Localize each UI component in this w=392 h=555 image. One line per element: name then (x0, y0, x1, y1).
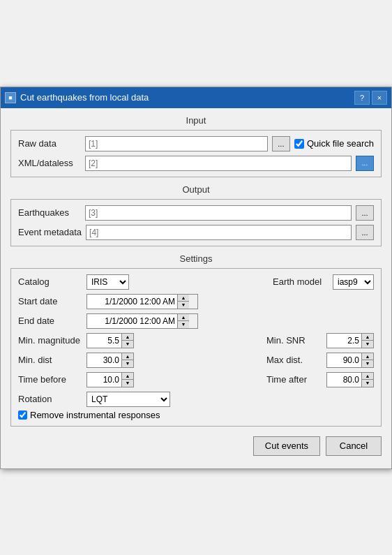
input-group: Raw data ... Quick file search XML/datal… (10, 130, 382, 177)
remove-responses-label: Remove instrumental responses (30, 410, 160, 420)
earth-model-group: Earth model iasp9 ak135 (273, 274, 374, 290)
start-date-decrement-button[interactable]: ▼ (178, 302, 189, 309)
xml-dataless-label: XML/dataless (18, 158, 81, 168)
end-date-decrement-button[interactable]: ▼ (178, 321, 189, 328)
time-before-spin-buttons: ▲ ▼ (122, 373, 133, 387)
min-magnitude-decrement-button[interactable]: ▼ (122, 341, 133, 348)
time-after-decrement-button[interactable]: ▼ (362, 380, 373, 387)
xml-dataless-browse-button[interactable]: ... (356, 156, 374, 171)
earthquakes-row: Earthquakes ... (18, 205, 374, 221)
bottom-buttons: Cut events Cancel (10, 434, 382, 459)
event-metadata-label: Event metadata (18, 227, 82, 237)
quick-file-search-row: Quick file search (294, 138, 374, 149)
end-date-spinner: ▲ ▼ (86, 313, 198, 329)
quick-file-search-label: Quick file search (307, 138, 374, 149)
earthquakes-label: Earthquakes (18, 207, 81, 218)
start-date-spin-buttons: ▲ ▼ (178, 295, 189, 309)
xml-dataless-input[interactable] (85, 156, 352, 171)
time-before-label: Time before (18, 374, 81, 385)
time-before-increment-button[interactable]: ▲ (122, 373, 133, 380)
earthquakes-input[interactable] (85, 205, 352, 221)
xml-dataless-row: XML/dataless ... (18, 156, 374, 171)
time-after-increment-button[interactable]: ▲ (362, 373, 373, 380)
earth-model-label: Earth model (273, 276, 329, 287)
time-after-input[interactable] (327, 373, 362, 387)
event-metadata-input[interactable] (86, 225, 352, 240)
max-dist-spin-buttons: ▲ ▼ (362, 353, 373, 367)
end-date-input[interactable] (87, 314, 178, 328)
window-title: Cut earthquakes from local data (20, 92, 350, 103)
min-snr-input[interactable] (327, 334, 362, 348)
min-snr-spinner: ▲ ▼ (326, 333, 374, 348)
end-date-row: End date ▲ ▼ (18, 313, 374, 329)
remove-responses-row: Remove instrumental responses (18, 410, 374, 420)
catalog-earthmodel-row: Catalog IRIS USGS ISC Earth model iasp9 … (18, 274, 374, 290)
start-date-row: Start date ▲ ▼ (18, 294, 374, 309)
catalog-label: Catalog (18, 276, 81, 287)
time-before-decrement-button[interactable]: ▼ (122, 380, 133, 387)
min-snr-decrement-button[interactable]: ▼ (362, 341, 373, 348)
max-dist-spinner: ▲ ▼ (326, 353, 374, 368)
cut-events-button[interactable]: Cut events (253, 436, 320, 456)
start-date-increment-button[interactable]: ▲ (178, 295, 189, 302)
event-metadata-browse-button[interactable]: ... (356, 225, 374, 240)
max-dist-decrement-button[interactable]: ▼ (362, 360, 373, 367)
end-date-increment-button[interactable]: ▲ (178, 314, 189, 322)
time-row: Time before ▲ ▼ Time after ▲ ▼ (18, 372, 374, 387)
min-dist-input[interactable] (87, 353, 122, 367)
rotation-label: Rotation (18, 394, 81, 404)
min-magnitude-spin-buttons: ▲ ▼ (122, 334, 133, 348)
min-snr-spin-buttons: ▲ ▼ (362, 334, 373, 348)
max-dist-label: Max dist. (266, 355, 322, 365)
rotation-select[interactable]: LQT ZNE RTZ (86, 392, 170, 407)
input-section-label: Input (10, 115, 382, 126)
min-dist-spin-buttons: ▲ ▼ (122, 353, 133, 367)
min-magnitude-increment-button[interactable]: ▲ (122, 334, 133, 341)
max-dist-input[interactable] (327, 353, 362, 367)
min-magnitude-input[interactable] (87, 334, 122, 348)
settings-section-label: Settings (10, 253, 382, 264)
min-magnitude-spinner: ▲ ▼ (86, 333, 134, 348)
settings-group: Catalog IRIS USGS ISC Earth model iasp9 … (10, 268, 382, 427)
window-icon: ■ (5, 92, 16, 103)
title-bar-buttons: ? × (354, 91, 387, 105)
min-magnitude-label: Min. magnitude (18, 335, 81, 346)
start-date-spinner: ▲ ▼ (86, 294, 198, 309)
raw-data-browse-button[interactable]: ... (272, 136, 290, 151)
raw-data-input[interactable] (85, 136, 268, 151)
start-date-label: Start date (18, 296, 81, 306)
quick-file-search-checkbox[interactable] (294, 139, 304, 149)
min-dist-increment-button[interactable]: ▲ (122, 353, 133, 361)
earthquakes-browse-button[interactable]: ... (356, 205, 374, 221)
title-bar: ■ Cut earthquakes from local data ? × (1, 87, 391, 108)
magnitude-snr-row: Min. magnitude ▲ ▼ Min. SNR ▲ ▼ (18, 333, 374, 348)
remove-responses-checkbox[interactable] (18, 410, 27, 420)
min-snr-increment-button[interactable]: ▲ (362, 334, 373, 341)
time-after-spinner: ▲ ▼ (326, 372, 374, 387)
min-snr-label: Min. SNR (266, 335, 322, 346)
min-dist-decrement-button[interactable]: ▼ (122, 360, 133, 367)
end-date-label: End date (18, 316, 81, 326)
end-date-spin-buttons: ▲ ▼ (178, 314, 189, 328)
help-button[interactable]: ? (354, 91, 370, 105)
time-after-group: Time after ▲ ▼ (266, 372, 374, 387)
time-after-spin-buttons: ▲ ▼ (362, 373, 373, 387)
main-window: ■ Cut earthquakes from local data ? × In… (0, 87, 392, 469)
time-after-label: Time after (266, 374, 322, 385)
earth-model-select[interactable]: iasp9 ak135 (333, 274, 374, 290)
window-body: Input Raw data ... Quick file search XML… (1, 108, 391, 468)
min-dist-label: Min. dist (18, 355, 81, 365)
cancel-button[interactable]: Cancel (326, 436, 382, 456)
catalog-select[interactable]: IRIS USGS ISC (86, 274, 129, 290)
output-section-label: Output (10, 184, 382, 195)
time-before-input[interactable] (87, 373, 122, 387)
dist-row: Min. dist ▲ ▼ Max dist. ▲ ▼ (18, 353, 374, 368)
max-dist-group: Max dist. ▲ ▼ (266, 353, 374, 368)
start-date-input[interactable] (87, 295, 178, 309)
min-dist-spinner: ▲ ▼ (86, 353, 134, 368)
max-dist-increment-button[interactable]: ▲ (362, 353, 373, 361)
time-before-spinner: ▲ ▼ (86, 372, 134, 387)
close-button[interactable]: × (372, 91, 387, 105)
rotation-row: Rotation LQT ZNE RTZ (18, 392, 374, 407)
output-group: Earthquakes ... Event metadata ... (10, 199, 382, 246)
